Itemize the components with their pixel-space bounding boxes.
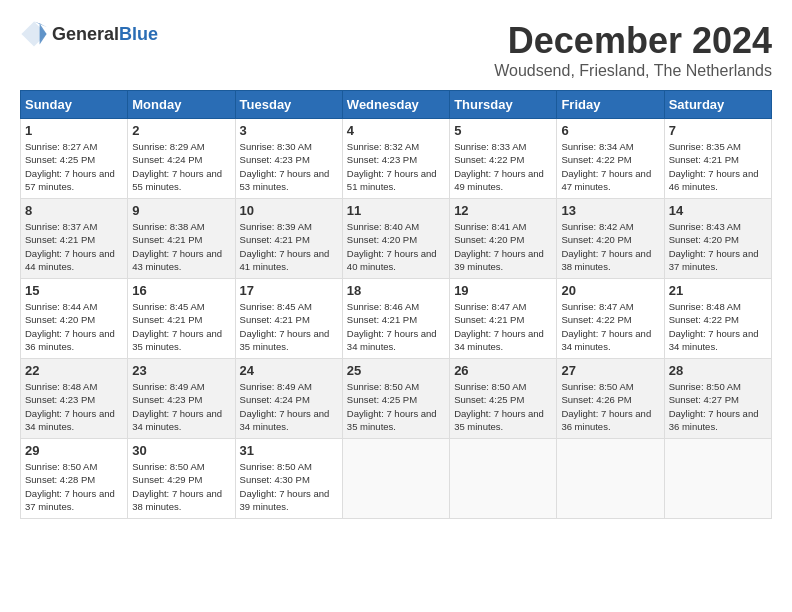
sunrise-label: Sunrise: 8:47 AM bbox=[454, 301, 526, 312]
calendar-cell bbox=[450, 439, 557, 519]
sunrise-label: Sunrise: 8:43 AM bbox=[669, 221, 741, 232]
calendar-cell: 26 Sunrise: 8:50 AM Sunset: 4:25 PM Dayl… bbox=[450, 359, 557, 439]
daylight-label: Daylight: 7 hours and 34 minutes. bbox=[25, 408, 115, 432]
day-info: Sunrise: 8:27 AM Sunset: 4:25 PM Dayligh… bbox=[25, 140, 123, 193]
sunset-label: Sunset: 4:20 PM bbox=[561, 234, 631, 245]
calendar-table: SundayMondayTuesdayWednesdayThursdayFrid… bbox=[20, 90, 772, 519]
sunrise-label: Sunrise: 8:46 AM bbox=[347, 301, 419, 312]
day-info: Sunrise: 8:32 AM Sunset: 4:23 PM Dayligh… bbox=[347, 140, 445, 193]
calendar-week-row: 1 Sunrise: 8:27 AM Sunset: 4:25 PM Dayli… bbox=[21, 119, 772, 199]
calendar-cell: 8 Sunrise: 8:37 AM Sunset: 4:21 PM Dayli… bbox=[21, 199, 128, 279]
day-info: Sunrise: 8:37 AM Sunset: 4:21 PM Dayligh… bbox=[25, 220, 123, 273]
calendar-cell: 1 Sunrise: 8:27 AM Sunset: 4:25 PM Dayli… bbox=[21, 119, 128, 199]
sunset-label: Sunset: 4:21 PM bbox=[240, 314, 310, 325]
sunset-label: Sunset: 4:21 PM bbox=[132, 234, 202, 245]
sunset-label: Sunset: 4:20 PM bbox=[347, 234, 417, 245]
sunset-label: Sunset: 4:24 PM bbox=[132, 154, 202, 165]
sunset-label: Sunset: 4:21 PM bbox=[347, 314, 417, 325]
day-info: Sunrise: 8:46 AM Sunset: 4:21 PM Dayligh… bbox=[347, 300, 445, 353]
daylight-label: Daylight: 7 hours and 34 minutes. bbox=[347, 328, 437, 352]
sunrise-label: Sunrise: 8:45 AM bbox=[240, 301, 312, 312]
calendar-week-row: 29 Sunrise: 8:50 AM Sunset: 4:28 PM Dayl… bbox=[21, 439, 772, 519]
day-number: 4 bbox=[347, 123, 445, 138]
day-info: Sunrise: 8:48 AM Sunset: 4:22 PM Dayligh… bbox=[669, 300, 767, 353]
sunset-label: Sunset: 4:23 PM bbox=[240, 154, 310, 165]
daylight-label: Daylight: 7 hours and 57 minutes. bbox=[25, 168, 115, 192]
svg-marker-1 bbox=[40, 24, 47, 45]
day-info: Sunrise: 8:50 AM Sunset: 4:27 PM Dayligh… bbox=[669, 380, 767, 433]
day-number: 31 bbox=[240, 443, 338, 458]
column-header-tuesday: Tuesday bbox=[235, 91, 342, 119]
daylight-label: Daylight: 7 hours and 47 minutes. bbox=[561, 168, 651, 192]
sunset-label: Sunset: 4:25 PM bbox=[454, 394, 524, 405]
page-header: GeneralBlue December 2024 Woudsend, Frie… bbox=[20, 20, 772, 80]
calendar-cell: 15 Sunrise: 8:44 AM Sunset: 4:20 PM Dayl… bbox=[21, 279, 128, 359]
sunrise-label: Sunrise: 8:27 AM bbox=[25, 141, 97, 152]
day-info: Sunrise: 8:47 AM Sunset: 4:21 PM Dayligh… bbox=[454, 300, 552, 353]
day-info: Sunrise: 8:39 AM Sunset: 4:21 PM Dayligh… bbox=[240, 220, 338, 273]
sunrise-label: Sunrise: 8:30 AM bbox=[240, 141, 312, 152]
day-number: 20 bbox=[561, 283, 659, 298]
calendar-cell: 3 Sunrise: 8:30 AM Sunset: 4:23 PM Dayli… bbox=[235, 119, 342, 199]
calendar-cell: 16 Sunrise: 8:45 AM Sunset: 4:21 PM Dayl… bbox=[128, 279, 235, 359]
day-number: 13 bbox=[561, 203, 659, 218]
calendar-header-row: SundayMondayTuesdayWednesdayThursdayFrid… bbox=[21, 91, 772, 119]
calendar-cell bbox=[557, 439, 664, 519]
day-info: Sunrise: 8:50 AM Sunset: 4:30 PM Dayligh… bbox=[240, 460, 338, 513]
daylight-label: Daylight: 7 hours and 51 minutes. bbox=[347, 168, 437, 192]
sunset-label: Sunset: 4:30 PM bbox=[240, 474, 310, 485]
sunrise-label: Sunrise: 8:29 AM bbox=[132, 141, 204, 152]
daylight-label: Daylight: 7 hours and 36 minutes. bbox=[25, 328, 115, 352]
sunset-label: Sunset: 4:23 PM bbox=[25, 394, 95, 405]
sunset-label: Sunset: 4:23 PM bbox=[132, 394, 202, 405]
calendar-cell: 11 Sunrise: 8:40 AM Sunset: 4:20 PM Dayl… bbox=[342, 199, 449, 279]
calendar-cell: 13 Sunrise: 8:42 AM Sunset: 4:20 PM Dayl… bbox=[557, 199, 664, 279]
day-info: Sunrise: 8:50 AM Sunset: 4:26 PM Dayligh… bbox=[561, 380, 659, 433]
day-number: 27 bbox=[561, 363, 659, 378]
logo-icon bbox=[20, 20, 48, 48]
page-title: December 2024 bbox=[494, 20, 772, 62]
sunrise-label: Sunrise: 8:50 AM bbox=[669, 381, 741, 392]
day-number: 23 bbox=[132, 363, 230, 378]
daylight-label: Daylight: 7 hours and 34 minutes. bbox=[132, 408, 222, 432]
column-header-sunday: Sunday bbox=[21, 91, 128, 119]
day-number: 29 bbox=[25, 443, 123, 458]
logo-general-text: General bbox=[52, 24, 119, 44]
calendar-cell: 5 Sunrise: 8:33 AM Sunset: 4:22 PM Dayli… bbox=[450, 119, 557, 199]
daylight-label: Daylight: 7 hours and 34 minutes. bbox=[669, 328, 759, 352]
sunset-label: Sunset: 4:21 PM bbox=[25, 234, 95, 245]
day-info: Sunrise: 8:45 AM Sunset: 4:21 PM Dayligh… bbox=[132, 300, 230, 353]
sunset-label: Sunset: 4:22 PM bbox=[669, 314, 739, 325]
sunrise-label: Sunrise: 8:34 AM bbox=[561, 141, 633, 152]
calendar-cell: 22 Sunrise: 8:48 AM Sunset: 4:23 PM Dayl… bbox=[21, 359, 128, 439]
sunrise-label: Sunrise: 8:32 AM bbox=[347, 141, 419, 152]
day-info: Sunrise: 8:50 AM Sunset: 4:25 PM Dayligh… bbox=[454, 380, 552, 433]
day-info: Sunrise: 8:29 AM Sunset: 4:24 PM Dayligh… bbox=[132, 140, 230, 193]
day-number: 7 bbox=[669, 123, 767, 138]
daylight-label: Daylight: 7 hours and 53 minutes. bbox=[240, 168, 330, 192]
calendar-cell bbox=[664, 439, 771, 519]
sunset-label: Sunset: 4:27 PM bbox=[669, 394, 739, 405]
day-info: Sunrise: 8:49 AM Sunset: 4:24 PM Dayligh… bbox=[240, 380, 338, 433]
day-number: 26 bbox=[454, 363, 552, 378]
daylight-label: Daylight: 7 hours and 43 minutes. bbox=[132, 248, 222, 272]
day-number: 8 bbox=[25, 203, 123, 218]
sunrise-label: Sunrise: 8:41 AM bbox=[454, 221, 526, 232]
daylight-label: Daylight: 7 hours and 37 minutes. bbox=[669, 248, 759, 272]
sunrise-label: Sunrise: 8:37 AM bbox=[25, 221, 97, 232]
day-info: Sunrise: 8:50 AM Sunset: 4:29 PM Dayligh… bbox=[132, 460, 230, 513]
calendar-cell: 10 Sunrise: 8:39 AM Sunset: 4:21 PM Dayl… bbox=[235, 199, 342, 279]
day-info: Sunrise: 8:50 AM Sunset: 4:25 PM Dayligh… bbox=[347, 380, 445, 433]
daylight-label: Daylight: 7 hours and 34 minutes. bbox=[240, 408, 330, 432]
column-header-friday: Friday bbox=[557, 91, 664, 119]
sunrise-label: Sunrise: 8:44 AM bbox=[25, 301, 97, 312]
day-number: 2 bbox=[132, 123, 230, 138]
page-subtitle: Woudsend, Friesland, The Netherlands bbox=[494, 62, 772, 80]
sunrise-label: Sunrise: 8:38 AM bbox=[132, 221, 204, 232]
calendar-cell: 21 Sunrise: 8:48 AM Sunset: 4:22 PM Dayl… bbox=[664, 279, 771, 359]
sunrise-label: Sunrise: 8:35 AM bbox=[669, 141, 741, 152]
day-number: 19 bbox=[454, 283, 552, 298]
day-number: 12 bbox=[454, 203, 552, 218]
sunset-label: Sunset: 4:22 PM bbox=[561, 314, 631, 325]
column-header-saturday: Saturday bbox=[664, 91, 771, 119]
